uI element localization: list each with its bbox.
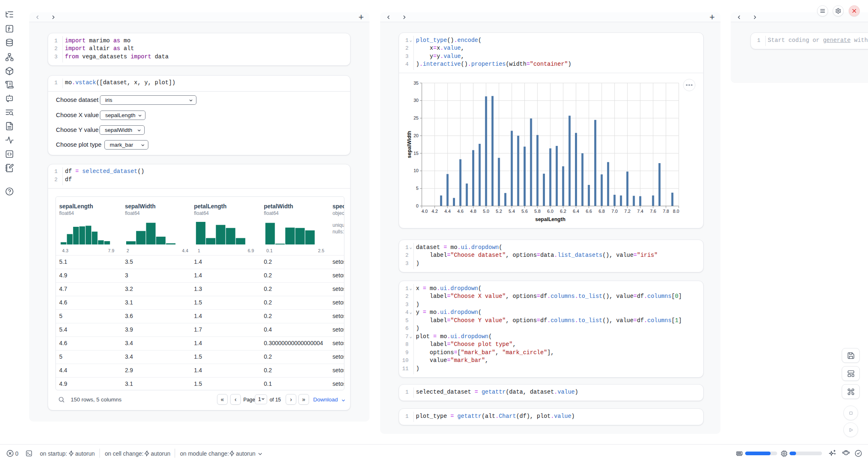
svg-text:sepalLength: sepalLength	[535, 217, 566, 222]
svg-text:6.6: 6.6	[586, 209, 592, 214]
svg-text:7.0: 7.0	[612, 209, 618, 214]
svg-text:4.6: 4.6	[457, 209, 464, 214]
svg-text:5.6: 5.6	[522, 209, 528, 214]
svg-text:7.6: 7.6	[650, 209, 656, 214]
svg-text:4.2: 4.2	[432, 209, 438, 214]
svg-text:7.4: 7.4	[637, 209, 643, 214]
svg-text:7.2: 7.2	[624, 209, 630, 214]
svg-text:20: 20	[413, 133, 418, 138]
svg-text:6.8: 6.8	[598, 209, 605, 214]
svg-text:5.4: 5.4	[509, 209, 515, 214]
svg-text:6.2: 6.2	[560, 209, 566, 214]
svg-text:5: 5	[416, 186, 418, 191]
svg-text:5.8: 5.8	[534, 209, 540, 214]
svg-text:15: 15	[413, 151, 418, 156]
svg-text:0: 0	[416, 203, 418, 208]
svg-text:4.8: 4.8	[470, 209, 476, 214]
svg-text:10: 10	[413, 168, 418, 173]
svg-text:5.2: 5.2	[496, 209, 502, 214]
svg-text:sepalWidth: sepalWidth	[406, 131, 412, 158]
svg-text:25: 25	[413, 115, 418, 120]
svg-text:4.0: 4.0	[421, 209, 427, 214]
svg-text:4.4: 4.4	[444, 209, 450, 214]
svg-text:5.0: 5.0	[483, 209, 489, 214]
svg-text:35: 35	[413, 81, 418, 85]
svg-text:30: 30	[413, 98, 418, 103]
svg-text:7.8: 7.8	[663, 209, 669, 214]
svg-text:8.0: 8.0	[673, 209, 679, 214]
svg-text:6.4: 6.4	[573, 209, 579, 214]
svg-text:6.0: 6.0	[547, 209, 553, 214]
